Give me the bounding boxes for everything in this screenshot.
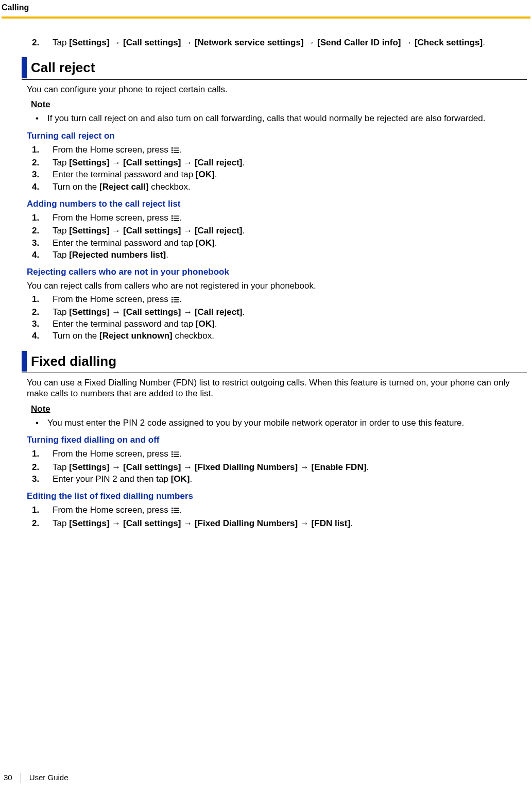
- note-body: You must enter the PIN 2 code assigned t…: [47, 417, 527, 428]
- step-body: Tap [Rejected numbers list].: [53, 249, 527, 260]
- svg-rect-4: [171, 152, 173, 153]
- heading-accent-bar: [22, 57, 27, 78]
- step-item: 1.From the Home screen, press .: [32, 294, 527, 306]
- svg-rect-2: [171, 149, 173, 151]
- step-number: 2.: [32, 518, 53, 529]
- step-number: 4.: [32, 249, 53, 260]
- svg-rect-16: [171, 301, 173, 302]
- subheading-reject-unknown: Rejecting callers who are not in your ph…: [27, 266, 527, 277]
- step-number: 1.: [32, 294, 53, 305]
- step-body: From the Home screen, press .: [53, 212, 527, 224]
- step-body: Tap [Settings] → [Call settings] → [Fixe…: [53, 518, 527, 529]
- step-number: 3.: [32, 169, 53, 180]
- step-item: 4.Turn on the [Reject unknown] checkbox.: [32, 330, 527, 341]
- svg-rect-27: [174, 510, 179, 511]
- note-item: • You must enter the PIN 2 code assigned…: [27, 417, 527, 428]
- step-item: 2.Tap [Settings] → [Call settings] → [Fi…: [32, 462, 527, 473]
- header-divider: [2, 16, 530, 19]
- step-number: 4.: [32, 330, 53, 341]
- step-body: Enter the terminal password and tap [OK]…: [53, 318, 527, 329]
- subheading-add-numbers: Adding numbers to the call reject list: [27, 198, 527, 209]
- step-body: Tap [Settings] → [Call settings] → [Fixe…: [53, 462, 527, 473]
- steps-reject-unknown: 1.From the Home screen, press .2.Tap [Se…: [27, 294, 527, 342]
- step-number: 3.: [32, 474, 53, 484]
- subheading-fdn-on-off: Turning fixed dialling on and off: [27, 434, 527, 445]
- subheading-fdn-edit: Editing the list of fixed dialling numbe…: [27, 491, 527, 501]
- footer-label: User Guide: [29, 773, 68, 783]
- page-number: 30: [2, 773, 21, 783]
- step-number: 1.: [32, 504, 53, 515]
- svg-rect-9: [174, 218, 179, 219]
- note-bullet: •: [27, 417, 47, 428]
- svg-rect-13: [174, 297, 179, 298]
- menu-list-icon: [171, 295, 179, 306]
- step-item: 1.From the Home screen, press .: [32, 212, 527, 224]
- step-number: 3.: [32, 238, 53, 248]
- steps-fdn-edit: 1.From the Home screen, press .2.Tap [Se…: [27, 504, 527, 529]
- menu-list-icon: [171, 506, 179, 516]
- step-item: 3.Enter the terminal password and tap [O…: [32, 238, 527, 248]
- step-body: Enter your PIN 2 and then tap [OK].: [53, 474, 527, 484]
- step-item: 1.From the Home screen, press .: [32, 504, 527, 516]
- step-number: 2.: [32, 37, 53, 48]
- header-chapter: Calling: [2, 3, 29, 13]
- step-item: 3.Enter the terminal password and tap [O…: [32, 318, 527, 329]
- step-body: Enter the terminal password and tap [OK]…: [53, 169, 527, 180]
- page-footer: 30 User Guide: [2, 773, 68, 783]
- svg-rect-10: [171, 220, 173, 222]
- step-number: 2.: [32, 307, 53, 317]
- step-number: 2.: [32, 225, 53, 236]
- step-number: 2.: [32, 157, 53, 168]
- svg-rect-14: [171, 299, 173, 300]
- step-item: 4.Tap [Rejected numbers list].: [32, 249, 527, 260]
- note-body: If you turn call reject on and also turn…: [47, 113, 527, 124]
- svg-rect-18: [171, 451, 173, 453]
- steps-turning-on: 1.From the Home screen, press .2.Tap [Se…: [27, 144, 527, 192]
- step-body: From the Home screen, press .: [53, 448, 527, 460]
- svg-rect-22: [171, 456, 173, 458]
- step-item: 3.Enter the terminal password and tap [O…: [32, 169, 527, 180]
- step-item: 2.Tap [Settings] → [Call settings] → [Ca…: [32, 307, 527, 317]
- svg-rect-29: [174, 512, 179, 513]
- step-body: Tap [Settings] → [Call settings] → [Call…: [53, 225, 527, 236]
- svg-rect-12: [171, 297, 173, 298]
- svg-rect-20: [171, 454, 173, 456]
- step-body: Tap [Settings] → [Call settings] → [Netw…: [53, 37, 527, 48]
- step-item: 1.From the Home screen, press .: [32, 144, 527, 156]
- fixed-dialling-intro: You can use a Fixed Dialling Number (FDN…: [27, 377, 527, 399]
- step-item: 3.Enter your PIN 2 and then tap [OK].: [32, 474, 527, 484]
- step-body: Turn on the [Reject unknown] checkbox.: [53, 330, 527, 341]
- svg-rect-23: [174, 456, 179, 457]
- call-reject-intro: You can configure your phone to reject c…: [27, 84, 527, 95]
- step-body: Turn on the [Reject call] checkbox.: [53, 181, 527, 192]
- subheading-turning-on: Turning call reject on: [27, 130, 527, 141]
- svg-rect-1: [174, 147, 179, 148]
- step-item: 2. Tap [Settings] → [Call settings] → [N…: [32, 37, 527, 48]
- step-item: 4.Turn on the [Reject call] checkbox.: [32, 181, 527, 192]
- steps-add-numbers: 1.From the Home screen, press .2.Tap [Se…: [27, 212, 527, 260]
- menu-list-icon: [171, 213, 179, 224]
- step-item: 1.From the Home screen, press .: [32, 448, 527, 460]
- note-label: Note: [31, 99, 527, 110]
- step-body: From the Home screen, press .: [53, 144, 527, 156]
- svg-rect-11: [174, 220, 179, 221]
- steps-fdn-on-off: 1.From the Home screen, press .2.Tap [Se…: [27, 448, 527, 484]
- step-body: Enter the terminal password and tap [OK]…: [53, 238, 527, 248]
- note-item: • If you turn call reject on and also tu…: [27, 113, 527, 124]
- section-heading-fixed-dialling: Fixed dialling: [22, 351, 527, 374]
- heading-accent-bar: [22, 351, 27, 372]
- svg-rect-21: [174, 454, 179, 455]
- svg-rect-28: [171, 512, 173, 514]
- step-body: Tap [Settings] → [Call settings] → [Call…: [53, 157, 527, 168]
- section-heading-call-reject: Call reject: [22, 57, 527, 80]
- menu-list-icon: [171, 145, 179, 156]
- svg-rect-6: [171, 215, 173, 217]
- svg-rect-25: [174, 508, 179, 509]
- svg-rect-0: [171, 147, 173, 149]
- svg-rect-24: [171, 508, 173, 509]
- heading-text: Call reject: [31, 57, 95, 78]
- step-number: 1.: [32, 144, 53, 155]
- step-number: 2.: [32, 462, 53, 473]
- menu-list-icon: [171, 449, 179, 460]
- step-body: From the Home screen, press .: [53, 504, 527, 516]
